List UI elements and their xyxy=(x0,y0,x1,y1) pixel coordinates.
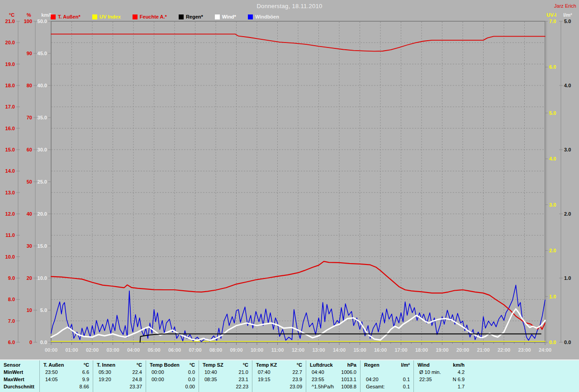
cell-value: 9.9 xyxy=(82,376,93,383)
svg-text:10.0: 10.0 xyxy=(38,275,47,281)
column-header-label: Temp Boden xyxy=(146,361,180,368)
cell-time: Gesamt: xyxy=(361,383,385,390)
svg-text:50.0: 50.0 xyxy=(38,19,47,24)
svg-text:10:00: 10:00 xyxy=(251,347,263,353)
cell-value: 22.4 xyxy=(133,368,146,376)
svg-text:5.0: 5.0 xyxy=(40,307,47,313)
table-row: MinWert xyxy=(0,368,39,376)
cell-value: N 6.9 xyxy=(453,376,468,383)
cell-time: 23:55 xyxy=(306,376,324,383)
table-row: 00:000.0 xyxy=(146,376,199,383)
column-header-label: Luftdruck xyxy=(306,361,333,368)
svg-text:0.0: 0.0 xyxy=(549,340,556,345)
column-header-label: Temp SZ xyxy=(199,361,223,368)
svg-text:50: 50 xyxy=(27,179,32,184)
svg-text:20: 20 xyxy=(27,275,32,281)
cell-time: 07:40 xyxy=(252,368,271,376)
table-row: 23.37 xyxy=(93,383,146,390)
table-row: 19:2024.8 xyxy=(93,376,146,383)
cell-value: 0.00 xyxy=(185,383,199,390)
table-column-luftdruck: LuftdruckhPa04:401006.023:551013.1^1.5hP… xyxy=(306,360,361,392)
column-header-unit: °C xyxy=(84,361,93,368)
weather-app-window: Donnerstag, 18.11.2010 Jarz Erich °C%km/… xyxy=(0,0,579,392)
gridlines xyxy=(51,22,545,342)
column-header-label: Sensor xyxy=(0,361,20,368)
svg-text:21:00: 21:00 xyxy=(477,347,489,353)
table-row: 07:4022.7 xyxy=(252,368,306,376)
table-row: Durchschnitt xyxy=(0,383,39,390)
column-header-unit: °C xyxy=(190,361,199,368)
cell-value: 22.7 xyxy=(293,368,306,376)
cell-time: 19:15 xyxy=(252,376,271,383)
cell-value: 0.1 xyxy=(403,376,413,383)
svg-text:11.0: 11.0 xyxy=(5,232,15,238)
svg-text:8.0: 8.0 xyxy=(8,297,15,302)
svg-text:100: 100 xyxy=(24,19,32,24)
svg-text:08:00: 08:00 xyxy=(209,347,222,353)
svg-text:18.0: 18.0 xyxy=(5,83,15,88)
svg-text:0: 0 xyxy=(29,340,32,345)
svg-text:02:00: 02:00 xyxy=(86,347,99,353)
svg-text:18:00: 18:00 xyxy=(415,347,428,353)
cell-time: 04:40 xyxy=(306,368,324,376)
svg-text:04:00: 04:00 xyxy=(127,347,140,353)
table-row: 8.66 xyxy=(40,383,93,390)
svg-text:20.0: 20.0 xyxy=(5,40,15,45)
table-row: 19:1523.9 xyxy=(252,376,306,383)
cell-time: 00:00 xyxy=(146,376,164,383)
table-row xyxy=(361,368,413,376)
table-row: 04:200.1 xyxy=(361,376,413,383)
svg-text:10.0: 10.0 xyxy=(5,254,15,260)
svg-text:6.0: 6.0 xyxy=(549,64,556,70)
svg-text:05:00: 05:00 xyxy=(147,347,160,353)
svg-text:12:00: 12:00 xyxy=(292,347,304,353)
cell-value: 24.8 xyxy=(133,376,146,383)
svg-text:09:00: 09:00 xyxy=(230,347,242,353)
cell-value: 1006.0 xyxy=(341,368,360,376)
svg-text:45.0: 45.0 xyxy=(38,51,47,56)
cell-value: 6.6 xyxy=(82,368,93,376)
svg-text:4.0: 4.0 xyxy=(549,156,556,161)
svg-text:01:00: 01:00 xyxy=(65,347,78,353)
column-header-unit: km/h xyxy=(453,361,468,368)
cell-time: Ø 10 min. xyxy=(414,368,441,376)
table-column-t-au-en: T. Außen°C23:506.614:059.98.66 xyxy=(40,360,93,392)
row-label: MinWert xyxy=(0,368,23,376)
svg-text:3.0: 3.0 xyxy=(564,147,571,152)
axis-lines xyxy=(18,21,561,344)
svg-text:9.0: 9.0 xyxy=(8,275,15,281)
table-column-t-innen: T. Innen°C05:3022.419:2024.823.37 xyxy=(93,360,146,392)
cell-value: 8.66 xyxy=(80,383,93,390)
column-header-label: Temp KZ xyxy=(252,361,277,368)
column-header-unit: °C xyxy=(297,361,306,368)
table-row: 05:3022.4 xyxy=(93,368,146,376)
table-column-temp-kz: Temp KZ°C07:4022.719:1523.923.09 xyxy=(252,360,306,392)
svg-text:00:00: 00:00 xyxy=(45,347,57,353)
svg-text:13.0: 13.0 xyxy=(5,190,15,195)
svg-text:23:00: 23:00 xyxy=(518,347,531,353)
table-header-row: Temp Boden°C xyxy=(146,360,199,368)
table-header-row: Windkm/h xyxy=(414,360,579,368)
cell-time: 04:20 xyxy=(361,376,379,383)
svg-text:13:00: 13:00 xyxy=(312,347,325,353)
svg-text:1.0: 1.0 xyxy=(549,294,556,299)
cell-value: 23.1 xyxy=(239,376,252,383)
column-header-unit: l/m² xyxy=(401,361,413,368)
column-header-label: Regen xyxy=(361,361,380,368)
svg-text:70: 70 xyxy=(27,115,32,120)
cell-value: 23.9 xyxy=(293,376,306,383)
svg-text:21.0: 21.0 xyxy=(5,19,15,24)
cell-value: 1.7 xyxy=(458,383,468,390)
table-row: 23:506.6 xyxy=(40,368,93,376)
cell-time: 22:35 xyxy=(414,376,432,383)
row-label: Durchschnitt xyxy=(0,383,34,390)
cell-value: 1008.8 xyxy=(341,383,360,390)
chart-svg: 21.020.019.018.017.016.015.014.013.012.0… xyxy=(0,0,579,359)
table-row: 22.23 xyxy=(199,383,252,390)
table-column-wind: Windkm/hØ 10 min.4.222:35N 6.91.7 xyxy=(414,360,579,392)
x-axis-labels: 00:0001:0002:0003:0004:0005:0006:0007:00… xyxy=(45,342,551,353)
table-row: ^1.5hPa/h1008.8 xyxy=(306,383,360,390)
column-header-label: Wind xyxy=(414,361,430,368)
cell-value: 0.0 xyxy=(188,368,199,376)
column-header-unit: hPa xyxy=(347,361,360,368)
